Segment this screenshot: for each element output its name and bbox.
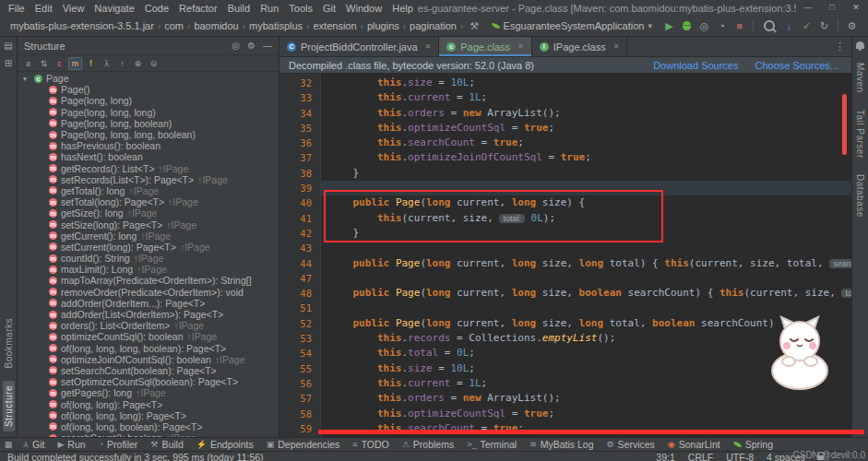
hide-panel-icon[interactable]: — <box>263 41 272 51</box>
structure-item-maptoarray[interactable]: mmapToArray(Predicate<OrderItem>): Strin… <box>18 275 279 286</box>
menu-build[interactable]: Build <box>223 3 255 14</box>
show-classes-icon[interactable]: c <box>53 57 66 70</box>
show-lambdas-icon[interactable]: λ <box>100 57 113 70</box>
show-inherited-icon[interactable]: ↑ <box>115 57 129 70</box>
structure-item-of[interactable]: mof(long, long, long, boolean): Page<T> <box>18 343 279 354</box>
structure-item-page[interactable]: mPage(long, long) <box>18 95 279 106</box>
structure-item-of[interactable]: mof(long, long): Page<T> <box>18 398 279 409</box>
stop-button[interactable]: ■ <box>731 20 748 31</box>
structure-settings-gear-icon[interactable]: ⚙ <box>247 41 256 51</box>
toolwindow-mybatis-log[interactable]: ≋MyBatis Log <box>523 438 600 451</box>
structure-item-setsize[interactable]: msetSize(long): Page<T>↑IPage <box>18 219 279 230</box>
coverage-button[interactable]: ◎ <box>696 20 713 32</box>
toolwindow-dependencies[interactable]: ▣Dependencies <box>260 438 347 451</box>
toolwindow-git[interactable]: YGit <box>17 438 51 451</box>
close-tab-icon[interactable]: ✕ <box>425 42 432 51</box>
structure-item-page[interactable]: mPage(long, long, long, boolean) <box>18 129 279 140</box>
stripe-tail-parser[interactable]: Tail Parser <box>854 105 866 163</box>
menu-git[interactable]: Git <box>318 3 340 14</box>
breadcrumb-com[interactable]: com <box>161 20 186 31</box>
stripe-database[interactable]: Database <box>854 170 866 222</box>
tab-ipage-class[interactable]: IIPage.class✕ <box>532 37 628 56</box>
structure-item-searchcount[interactable]: msearchCount(): boolean↑IPage <box>18 432 279 437</box>
menu-code[interactable]: Code <box>140 3 173 14</box>
code-line-44[interactable]: public Page(long current, long size, lon… <box>328 256 851 271</box>
structure-item-page[interactable]: mPage(long, long, boolean) <box>18 118 279 129</box>
stripe-structure[interactable]: Structure <box>3 381 15 431</box>
debug-button[interactable] <box>683 21 691 30</box>
toolwindow-sonarlint[interactable]: ◉SonarLint <box>661 438 727 451</box>
minimize-button[interactable]: — <box>796 0 820 16</box>
structure-item-countid[interactable]: mcountId(): String↑IPage <box>18 253 279 264</box>
structure-item-setoptimizecountsql[interactable]: msetOptimizeCountSql(boolean): Page<T> <box>18 376 279 387</box>
code-line-58[interactable]: this.optimizeCountSql = true; <box>328 407 851 421</box>
toolwindow-profiler[interactable]: ◔Profiler <box>92 438 145 451</box>
code-line-33[interactable]: this.current = 1L; <box>328 90 851 105</box>
menu-window[interactable]: Window <box>341 3 386 14</box>
structure-item-optimizecountsql[interactable]: moptimizeCountSql(): boolean↑IPage <box>18 331 279 342</box>
code-line-48[interactable]: public Page(long current, long size, boo… <box>328 286 851 301</box>
menu-help[interactable]: Help <box>387 3 418 14</box>
choose-sources-link[interactable]: Choose Sources... <box>755 60 839 71</box>
structure-item-orders[interactable]: morders(): List<OrderItem>↑IPage <box>18 320 279 331</box>
toolwindow-services[interactable]: ⚙Services <box>600 438 661 451</box>
breadcrumb-plugins[interactable]: plugins <box>364 20 402 31</box>
structure-item-hasprevious[interactable]: mhasPrevious(): boolean <box>18 140 279 151</box>
structure-item-optimizejoinofcountsql[interactable]: moptimizeJoinOfCountSql(): boolean↑IPage <box>18 354 279 365</box>
toolwindow-problems[interactable]: ⚠Problems <box>396 438 460 451</box>
structure-item-addorder[interactable]: maddOrder(List<OrderItem>): Page<T> <box>18 309 279 320</box>
breadcrumb-pagination[interactable]: pagination <box>407 20 459 31</box>
structure-item-page[interactable]: mPage() <box>18 84 279 95</box>
toolwindow-switcher-icon[interactable]: ▦ <box>0 440 17 449</box>
structure-item-settotal[interactable]: msetTotal(long): Page<T>↑IPage <box>18 196 279 207</box>
breadcrumb-extension[interactable]: extension <box>310 20 359 31</box>
structure-item-getsize[interactable]: mgetSize(): long↑IPage <box>18 207 279 219</box>
breadcrumb-baomidou[interactable]: baomidou <box>191 20 241 31</box>
code-line-34[interactable]: this.orders = new ArrayList(); <box>328 106 851 121</box>
project-icon[interactable]: ▤ <box>4 41 12 51</box>
settings-gear-icon[interactable]: ⚙ <box>843 20 861 32</box>
show-fields-icon[interactable]: f <box>84 57 98 70</box>
code-line-43[interactable] <box>328 241 851 255</box>
git-update-button[interactable]: ↓ <box>780 20 798 31</box>
breadcrumb-mybatis-plus-extension-3-5-1-jar[interactable]: mybatis-plus-extension-3.5.1.jar <box>7 20 157 31</box>
run-config-selector[interactable]: EsguaranteeSystemApplication ▾ <box>486 19 658 32</box>
close-button[interactable]: ✕ <box>844 0 868 16</box>
structure-item-setsearchcount[interactable]: msetSearchCount(boolean): Page<T> <box>18 365 279 376</box>
structure-item-getpages[interactable]: mgetPages(): long↑IPage <box>18 387 279 398</box>
profiler-button[interactable]: ◔ <box>713 20 731 31</box>
menu-view[interactable]: View <box>58 3 89 14</box>
toolwindow-build[interactable]: ⚒Build <box>144 438 189 451</box>
menu-refactor[interactable]: Refactor <box>174 3 222 14</box>
toolwindow-terminal[interactable]: >_Terminal <box>460 438 523 451</box>
notifications-bell-icon[interactable] <box>856 41 864 49</box>
structure-item-gettotal[interactable]: mgetTotal(): long↑IPage <box>18 185 279 196</box>
close-tab-icon[interactable]: ✕ <box>613 42 620 51</box>
structure-item-page[interactable]: mPage(long, long, long) <box>18 107 279 118</box>
code-line-38[interactable]: } <box>328 166 851 181</box>
structure-item-of[interactable]: mof(long, long, boolean): Page<T> <box>18 421 279 432</box>
download-sources-link[interactable]: Download Sources <box>653 60 738 71</box>
git-history-button[interactable]: ↻ <box>815 20 833 32</box>
breadcrumb-mybatisplus[interactable]: mybatisplus <box>246 20 305 31</box>
show-methods-icon[interactable]: m <box>68 57 82 70</box>
code-line-37[interactable]: this.optimizeJoinOfCountSql = true; <box>328 150 851 165</box>
structure-item-of[interactable]: mof(long, long, long): Page<T> <box>18 410 279 421</box>
close-tab-icon[interactable]: ✕ <box>517 42 524 51</box>
stripe-bookmarks[interactable]: Bookmarks <box>3 313 15 373</box>
structure-item-setrecords[interactable]: msetRecords(List<T>): Page<T>↑IPage <box>18 174 279 185</box>
structure-item-addorder[interactable]: maddOrder(OrderItem...): Page<T> <box>18 298 279 309</box>
expand-all-icon[interactable]: ⊕ <box>131 57 145 70</box>
build-hammer-icon[interactable]: ⚒ <box>466 20 483 32</box>
structure-item-getcurrent[interactable]: mgetCurrent(): long↑IPage <box>18 230 279 242</box>
code-viewport[interactable]: 3233343536373839404142434447485152535455… <box>279 74 851 437</box>
run-button[interactable]: ▶ <box>660 20 678 32</box>
menu-file[interactable]: File <box>4 3 30 14</box>
tab-projectbiddcontroller-java[interactable]: CProjectBiddController.java✕ <box>279 37 439 56</box>
structure-item-removeorder[interactable]: mremoveOrder(Predicate<OrderItem>): void <box>18 287 279 298</box>
status-utf-8[interactable]: UTF-8 <box>726 452 754 461</box>
status-crlf[interactable]: CRLF <box>688 452 713 461</box>
code-line-32[interactable]: this.size = 10L; <box>328 76 851 90</box>
stripe-maven[interactable]: Maven <box>854 58 866 98</box>
tab-options-icon[interactable]: ⋮ <box>828 37 851 56</box>
